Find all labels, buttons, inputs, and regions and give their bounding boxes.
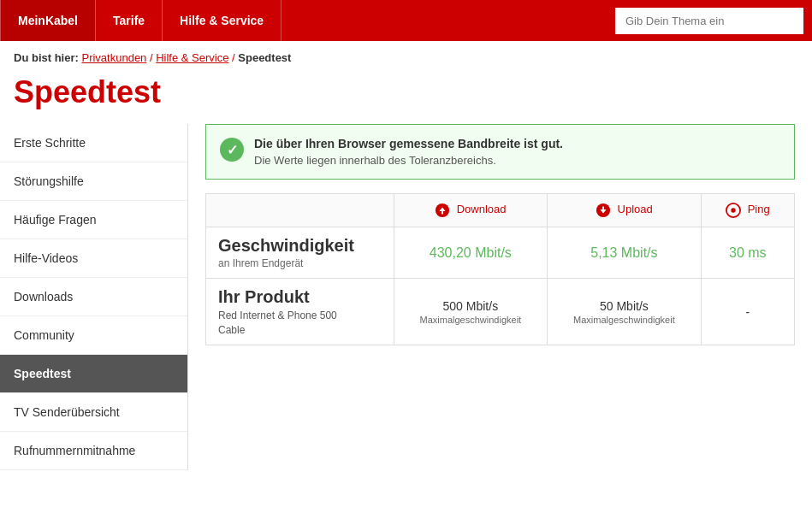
upload-icon <box>596 203 611 218</box>
sidebar-item-erste-schritte[interactable]: Erste Schritte <box>0 124 187 162</box>
row1-upload: 5,13 Mbit/s <box>548 227 702 279</box>
th-upload: Upload <box>548 194 702 227</box>
main-layout: Erste Schritte Störungshilfe Häufige Fra… <box>0 124 812 487</box>
row1-download-value: 430,20 Mbit/s <box>430 245 512 260</box>
svg-rect-2 <box>442 211 443 215</box>
nav-tarife[interactable]: Tarife <box>96 0 163 41</box>
table-row-geschwindigkeit: Geschwindigkeit an Ihrem Endgerät 430,20… <box>206 227 795 279</box>
search-input[interactable] <box>615 8 803 34</box>
row1-subtitle: an Ihrem Endgerät <box>218 257 382 269</box>
row1-ping: 30 ms <box>701 227 794 279</box>
row2-title: Ihr Produkt <box>218 287 382 307</box>
row2-download-label: Maximalgeschwindigkeit <box>406 315 536 325</box>
breadcrumb-current: Speedtest <box>238 51 291 64</box>
banner-title: Die über Ihren Browser gemessene Bandbre… <box>254 137 563 150</box>
row2-upload-label: Maximalgeschwindigkeit <box>560 315 689 325</box>
page-title: Speedtest <box>0 68 812 124</box>
breadcrumb-label: Du bist hier: <box>14 51 79 64</box>
speed-table: Download Upload <box>205 193 795 345</box>
content-area: ✓ Die über Ihren Browser gemessene Bandb… <box>188 124 812 470</box>
row1-title: Geschwindigkeit <box>218 236 382 256</box>
success-text: Die über Ihren Browser gemessene Bandbre… <box>254 137 563 167</box>
breadcrumb-privatkunden[interactable]: Privatkunden <box>81 51 146 64</box>
th-ping-label: Ping <box>748 203 770 215</box>
sidebar: Erste Schritte Störungshilfe Häufige Fra… <box>0 124 188 470</box>
main-nav: MeinKabel Tarife Hilfe & Service <box>0 0 615 41</box>
row1-upload-value: 5,13 Mbit/s <box>590 245 657 260</box>
sidebar-item-stoerungshilfe[interactable]: Störungshilfe <box>0 162 187 201</box>
sidebar-item-rufnummernmitnahme[interactable]: Rufnummernmitnahme <box>0 432 187 470</box>
header: MeinKabel Tarife Hilfe & Service <box>0 0 812 41</box>
sidebar-item-hilfe-videos[interactable]: Hilfe-Videos <box>0 239 187 278</box>
row2-upload: 50 Mbit/s Maximalgeschwindigkeit <box>548 279 702 345</box>
sidebar-item-community[interactable]: Community <box>0 316 187 355</box>
row2-sublabel2: Cable <box>218 324 382 336</box>
download-icon <box>435 203 450 218</box>
th-label <box>206 194 394 227</box>
banner-subtitle: Die Werte liegen innerhalb des Toleranzb… <box>254 154 563 167</box>
row2-label-cell: Ihr Produkt Red Internet & Phone 500 Cab… <box>206 279 394 345</box>
th-ping: Ping <box>701 194 794 227</box>
th-upload-label: Upload <box>618 203 653 215</box>
row2-upload-speed: 50 Mbit/s <box>560 299 689 313</box>
nav-hilfe-service[interactable]: Hilfe & Service <box>163 0 282 41</box>
row2-ping: - <box>701 279 794 345</box>
success-icon: ✓ <box>220 138 244 162</box>
sidebar-item-tv-senderuebersicht[interactable]: TV Senderübersicht <box>0 393 187 432</box>
row2-download-speed: 500 Mbit/s <box>406 299 536 313</box>
svg-point-7 <box>731 208 735 212</box>
svg-rect-5 <box>602 207 604 210</box>
row2-download: 500 Mbit/s Maximalgeschwindigkeit <box>394 279 548 345</box>
row2-ping-value: - <box>746 305 750 319</box>
row1-ping-value: 30 ms <box>729 245 767 260</box>
ping-icon <box>726 203 741 218</box>
sidebar-item-speedtest[interactable]: Speedtest <box>0 355 187 393</box>
sidebar-item-downloads[interactable]: Downloads <box>0 278 187 316</box>
row1-download: 430,20 Mbit/s <box>394 227 548 279</box>
table-row-produkt: Ihr Produkt Red Internet & Phone 500 Cab… <box>206 279 795 345</box>
breadcrumb: Du bist hier: Privatkunden / Hilfe & Ser… <box>0 41 812 68</box>
row1-label-cell: Geschwindigkeit an Ihrem Endgerät <box>206 227 394 279</box>
success-banner: ✓ Die über Ihren Browser gemessene Bandb… <box>205 124 795 180</box>
nav-meinkabel[interactable]: MeinKabel <box>0 0 96 41</box>
row2-sublabel1: Red Internet & Phone 500 <box>218 310 382 321</box>
search-container <box>615 8 803 34</box>
sidebar-item-haeufige-fragen[interactable]: Häufige Fragen <box>0 201 187 239</box>
breadcrumb-hilfe-service[interactable]: Hilfe & Service <box>156 51 228 64</box>
th-download-label: Download <box>457 203 507 215</box>
th-download: Download <box>394 194 548 227</box>
